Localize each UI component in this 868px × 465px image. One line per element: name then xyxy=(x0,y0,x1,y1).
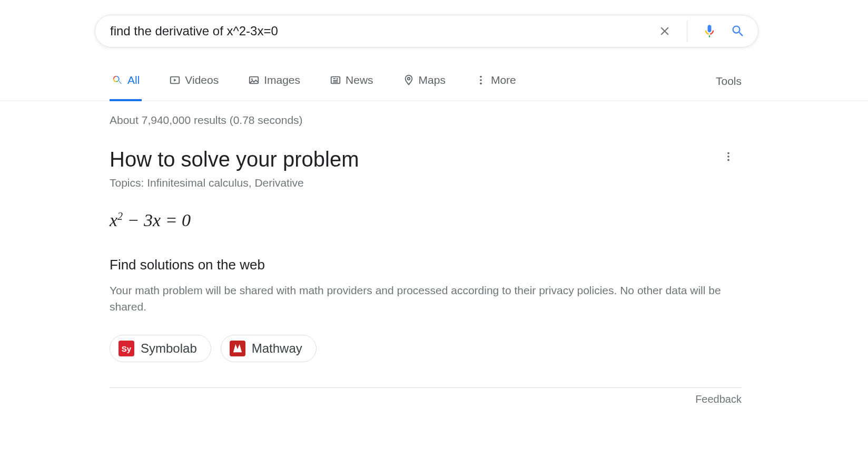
provider-symbolab[interactable]: Sy Symbolab xyxy=(110,335,211,362)
search-bar-container xyxy=(0,0,868,47)
privacy-disclaimer: Your math problem will be shared with ma… xyxy=(110,283,742,315)
tab-maps[interactable]: Maps xyxy=(401,70,448,101)
separator xyxy=(687,21,687,42)
video-icon xyxy=(169,74,181,86)
tab-images[interactable]: Images xyxy=(246,70,302,101)
clear-icon[interactable] xyxy=(655,22,674,41)
provider-mathway[interactable]: Mathway xyxy=(221,335,317,362)
svg-point-9 xyxy=(480,76,482,78)
tab-label: Videos xyxy=(185,74,219,86)
solver-topics: Topics: Infinitesimal calculus, Derivati… xyxy=(110,177,758,189)
search-icon[interactable] xyxy=(728,22,747,41)
tab-videos[interactable]: Videos xyxy=(167,70,221,101)
tools-link[interactable]: Tools xyxy=(716,70,742,101)
tab-label: Maps xyxy=(419,74,446,86)
tab-label: Images xyxy=(264,74,300,86)
image-icon xyxy=(248,74,260,86)
more-vertical-icon xyxy=(475,74,487,86)
provider-label: Mathway xyxy=(252,341,302,356)
mathway-icon xyxy=(230,341,245,356)
news-icon xyxy=(330,74,341,86)
card-more-icon[interactable] xyxy=(719,148,737,168)
svg-rect-7 xyxy=(337,78,338,80)
svg-point-11 xyxy=(480,83,482,85)
search-bar xyxy=(95,15,758,47)
tab-news[interactable]: News xyxy=(328,70,376,101)
result-stats: About 7,940,000 results (0.78 seconds) xyxy=(110,114,758,127)
equation-display: x2 − 3x = 0 xyxy=(110,210,758,230)
solutions-subhead: Find solutions on the web xyxy=(110,257,758,273)
tab-all[interactable]: All xyxy=(110,70,142,101)
solver-card-header: How to solve your problem xyxy=(110,148,758,171)
results-content: About 7,940,000 results (0.78 seconds) H… xyxy=(0,101,758,405)
search-bar-icons xyxy=(655,21,747,42)
feedback-link[interactable]: Feedback xyxy=(695,393,742,405)
tab-more[interactable]: More xyxy=(473,70,518,101)
provider-label: Symbolab xyxy=(141,341,197,356)
search-tabs: All Videos Images News Maps More Tools xyxy=(0,70,868,101)
tab-label: More xyxy=(491,74,516,86)
tools-label: Tools xyxy=(716,75,742,88)
svg-point-8 xyxy=(407,78,410,80)
symbolab-icon: Sy xyxy=(119,341,134,356)
provider-chips: Sy Symbolab Mathway xyxy=(110,335,758,362)
svg-point-10 xyxy=(480,79,482,81)
tab-label: All xyxy=(127,74,140,86)
svg-point-2 xyxy=(251,79,253,80)
voice-search-icon[interactable] xyxy=(700,22,719,41)
search-input[interactable] xyxy=(110,24,655,38)
feedback-row: Feedback xyxy=(110,388,742,405)
search-multicolor-icon xyxy=(112,74,123,86)
solver-title: How to solve your problem xyxy=(110,148,359,171)
svg-point-12 xyxy=(727,152,729,154)
tab-label: News xyxy=(346,74,373,86)
svg-point-14 xyxy=(727,159,729,161)
svg-point-13 xyxy=(727,156,729,158)
map-pin-icon xyxy=(403,74,415,86)
